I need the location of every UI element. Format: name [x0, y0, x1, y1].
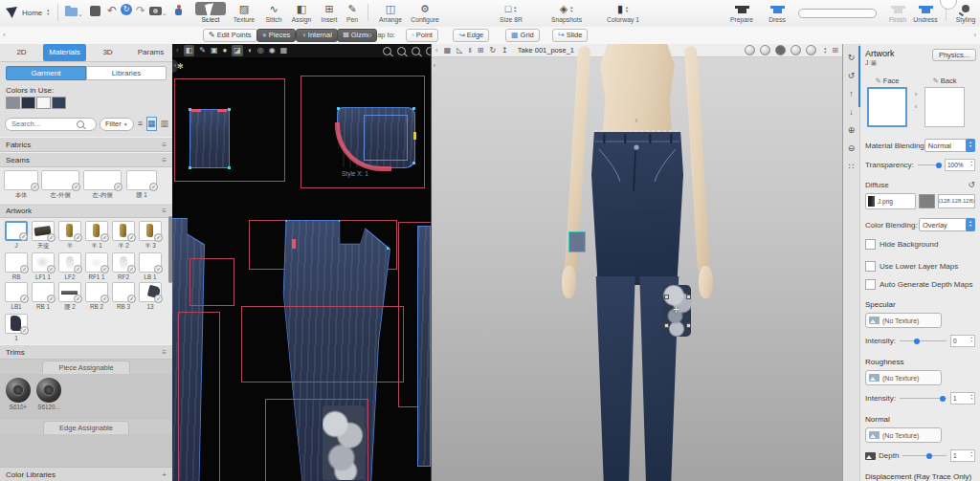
artwork-item[interactable]: ✓RB	[3, 252, 30, 280]
snapshot-camera-button[interactable]: ⌄	[149, 4, 167, 17]
slide-toggle[interactable]: ↪Slide	[552, 29, 588, 42]
artwork-item[interactable]: ✓羊 2	[110, 221, 137, 251]
hip-artwork-patch[interactable]	[568, 231, 586, 252]
annotation-3d-icon[interactable]: ⊞	[478, 46, 484, 55]
seam-item[interactable]: ✓左-外侧	[39, 170, 81, 200]
list-view-icon[interactable]: ≡	[137, 117, 144, 131]
trim-item[interactable]: S610+	[6, 378, 31, 416]
artwork-item[interactable]: ✓J	[3, 221, 30, 251]
edit-2d-icon[interactable]: ◪	[232, 45, 243, 56]
tool-insert[interactable]: ⊞ Insert	[316, 2, 343, 23]
move-down-icon[interactable]: ↓	[843, 107, 859, 117]
take-pose-selector[interactable]: Take 001_pose_1	[518, 46, 574, 55]
zoom-in-icon[interactable]	[397, 47, 406, 55]
tool-pen[interactable]: ✎ Pen	[341, 2, 364, 23]
snap-point-toggle[interactable]: ◦Point	[406, 29, 438, 42]
physics-button[interactable]: Physics...	[932, 49, 976, 61]
artwork-item[interactable]: ✓LF1 1	[30, 252, 56, 280]
tab-materials[interactable]: Materials	[43, 44, 86, 61]
dress-button[interactable]: Dress	[764, 2, 791, 23]
color-swatch[interactable]	[6, 97, 20, 109]
fit-view-icon[interactable]: ∷	[843, 162, 859, 171]
colorway-selector[interactable]: ▮▲▼ Colorway 1	[601, 2, 645, 23]
artwork-item[interactable]: ✓RB 3	[110, 282, 137, 312]
3d-garment-view[interactable]: ‹ ▦ ◺ ‖ ⊞ ↻ ↥ Take 001_pose_1 ▲▼ ▲▼ ⊞ ‹	[432, 44, 842, 481]
specular-intensity-slider[interactable]	[900, 340, 947, 341]
roughness-intensity-value[interactable]: 1 ▲▼	[950, 392, 975, 404]
cards-view-icon[interactable]: ▥	[160, 117, 170, 131]
grid-2d-icon[interactable]: ▦	[280, 45, 288, 56]
pan-2d-icon[interactable]: ◧	[184, 45, 195, 56]
artwork-item[interactable]: ✓LF2	[56, 252, 83, 280]
artwork-item[interactable]: ✓天使	[30, 221, 56, 251]
filter-dropdown[interactable]: Filter ▼	[100, 118, 134, 131]
seam-item[interactable]: ✓左-内侧	[81, 170, 123, 200]
piece-assignable-tab[interactable]: Piece Assignable	[0, 360, 172, 374]
gizmo-handle[interactable]	[686, 295, 691, 299]
finish-button[interactable]: Finish	[884, 2, 911, 23]
transparency-slider[interactable]	[918, 164, 941, 165]
internal-toggle[interactable]: ◑Internal	[296, 29, 338, 42]
tool-select[interactable]: Select	[195, 2, 226, 23]
zoom-out-icon[interactable]: ⊖	[843, 143, 859, 153]
auto-generate-depth-maps-checkbox[interactable]	[865, 279, 876, 290]
depth-value[interactable]: 1 ▲▼	[950, 449, 975, 462]
info-2d-icon[interactable]: ◎	[257, 45, 264, 56]
measure-3d-icon[interactable]: ◺	[457, 46, 462, 55]
view-front-icon[interactable]	[745, 45, 755, 55]
tool-assign[interactable]: ◧ Assign	[287, 2, 316, 23]
fabrics-section-header[interactable]: Fabrics≡	[0, 137, 172, 152]
roughness-intensity-slider[interactable]	[900, 398, 947, 399]
3d-collapse-handle[interactable]: ‹	[432, 59, 437, 73]
tool-stitch[interactable]: ∿ Stitch	[260, 2, 287, 23]
slider-handle[interactable]	[926, 453, 932, 459]
gizmo-handle[interactable]	[664, 323, 669, 328]
grid-3d-icon[interactable]: ▦	[444, 46, 452, 55]
collapse-left-icon[interactable]: ‹	[3, 31, 6, 39]
artwork-item[interactable]: ✓RB 2	[83, 282, 110, 312]
slider-handle[interactable]	[940, 396, 946, 402]
seam-item[interactable]: ✓本体	[3, 170, 39, 200]
color-swatch[interactable]	[36, 97, 51, 109]
depth-slider[interactable]	[902, 455, 947, 456]
pieces-toggle[interactable]: ●Pieces	[256, 29, 296, 42]
collapse-2d-icon[interactable]: ‹	[176, 45, 179, 56]
back-swatch[interactable]	[924, 87, 965, 127]
gizmo-handle[interactable]	[664, 295, 669, 299]
edge-assignable-tab[interactable]: Edge Assignable	[0, 420, 172, 434]
prepare-button[interactable]: Prepare	[725, 2, 758, 23]
snap-grid-toggle[interactable]: ▦Grid	[505, 29, 540, 42]
contrast-2d-icon[interactable]: ◐	[248, 45, 253, 56]
artwork-item[interactable]: ✓腰 2	[56, 282, 83, 312]
trim-item[interactable]: S6120...	[36, 378, 61, 416]
expand-right-icon[interactable]: ›	[974, 31, 977, 39]
roughness-texture-button[interactable]: (No Texture)	[865, 370, 942, 385]
tab-2d[interactable]: 2D	[0, 44, 43, 61]
face-swatch[interactable]	[867, 87, 907, 127]
tool-arrange[interactable]: ◫ Arrange	[375, 2, 406, 23]
upload-3d-icon[interactable]: ↥	[501, 46, 508, 55]
tab-3d[interactable]: 3D	[86, 44, 129, 61]
view-three-quarter-icon[interactable]	[760, 45, 770, 55]
artwork-item[interactable]: ✓RF1 1	[83, 252, 110, 280]
styling-button[interactable]: Styling	[953, 2, 978, 23]
slider-handle[interactable]	[936, 163, 942, 168]
pan-icon[interactable]: ↺	[843, 71, 859, 80]
target-2d-icon[interactable]: ◉	[269, 45, 276, 56]
zoom-out-icon[interactable]	[383, 47, 391, 55]
view-side-icon[interactable]	[791, 45, 801, 55]
pen-2d-icon[interactable]: ✎	[199, 45, 206, 56]
diffuse-color-swatch[interactable]	[919, 194, 935, 208]
material-blending-select[interactable]: Normal ▲▼	[924, 139, 975, 152]
artwork-item[interactable]: ✓LB 1	[137, 252, 164, 280]
diffuse-rgb-value[interactable]: (128.128.128)	[938, 194, 975, 208]
sync-button[interactable]: ↻	[121, 4, 132, 15]
artwork-item[interactable]: ✓13	[137, 282, 164, 312]
color-swatch[interactable]	[52, 97, 66, 109]
rotate-3d-icon[interactable]: ↻	[489, 46, 496, 55]
color-libraries-header[interactable]: Color Libraries+	[0, 467, 172, 481]
image-2d-icon[interactable]: ▣	[211, 45, 218, 56]
tab-garment[interactable]: Garment	[6, 66, 86, 80]
pause-3d-icon[interactable]: ‖	[468, 46, 471, 55]
slider-handle[interactable]	[914, 339, 920, 344]
